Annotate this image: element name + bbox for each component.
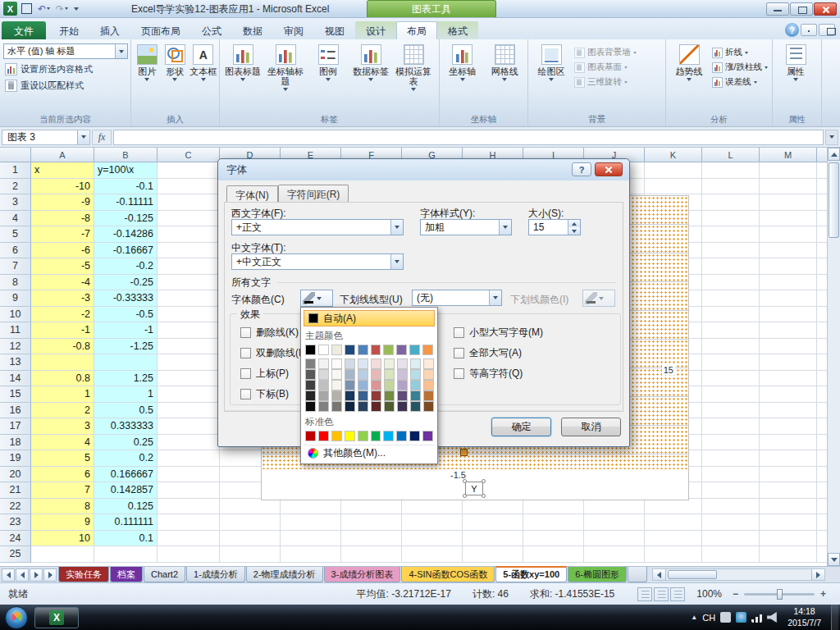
more-colors-option[interactable]: 其他颜色(M)...	[304, 445, 435, 461]
effect-left-1[interactable]: 删除线(K)	[240, 326, 308, 340]
sheet-tab-4[interactable]: 1-成绩分析	[186, 567, 245, 582]
column-header-M[interactable]: M	[760, 148, 817, 162]
theme-tint-swatch[interactable]	[371, 380, 381, 390]
standard-color-swatch-5[interactable]	[358, 431, 368, 441]
scroll-left-button[interactable]	[653, 569, 666, 580]
cell-L25[interactable]	[702, 546, 760, 563]
hscroll-thumb[interactable]	[668, 570, 717, 579]
zoom-thumb[interactable]	[777, 589, 783, 600]
theme-tint-swatch[interactable]	[410, 358, 421, 369]
cell-A2[interactable]: -10	[31, 179, 94, 195]
cell-C2[interactable]	[158, 179, 220, 195]
cell-A9[interactable]: -3	[31, 290, 94, 307]
ribbon-button-axis-titles[interactable]: 坐标轴标题	[264, 42, 307, 111]
ribbon-button-updown-bars[interactable]: 涨/跌柱线	[712, 62, 768, 73]
cell-L13[interactable]	[702, 354, 760, 371]
row-header-3[interactable]: 3	[0, 194, 31, 211]
cell-C16[interactable]	[158, 403, 220, 419]
chart-elements-combo[interactable]: 水平 (值) 轴 标题	[3, 43, 128, 59]
formula-bar-expand-button[interactable]	[825, 130, 838, 145]
cell-C9[interactable]	[158, 290, 220, 307]
cell-C15[interactable]	[158, 386, 220, 403]
cell-M11[interactable]	[760, 322, 817, 339]
theme-tint-swatch[interactable]	[305, 401, 316, 412]
standard-color-swatch-3[interactable]	[331, 431, 342, 441]
ribbon-button-chart-title[interactable]: 图表标题	[221, 42, 264, 111]
cell-N13[interactable]	[817, 354, 827, 371]
row-header-11[interactable]: 11	[0, 322, 31, 339]
cell-M18[interactable]	[760, 435, 817, 451]
theme-color-swatch-10[interactable]	[422, 345, 433, 355]
combo-dropdown-button[interactable]	[499, 220, 511, 235]
standard-color-swatch-10[interactable]	[422, 431, 433, 441]
cell-B17[interactable]: 0.333333	[94, 418, 158, 435]
cell-F22[interactable]	[341, 499, 402, 515]
cell-N15[interactable]	[817, 386, 827, 403]
volume-icon[interactable]	[767, 612, 778, 623]
cell-K23[interactable]	[645, 514, 702, 531]
cell-L7[interactable]	[702, 258, 760, 275]
cell-B20[interactable]: 0.166667	[94, 467, 158, 483]
cell-M22[interactable]	[760, 499, 817, 515]
cell-A18[interactable]: 4	[31, 435, 94, 451]
ribbon-tab-6[interactable]: 审阅	[273, 21, 314, 39]
ribbon-button-trendline[interactable]: 趋势线	[668, 42, 710, 111]
cell-M23[interactable]	[760, 514, 817, 531]
theme-color-swatch-6[interactable]	[371, 345, 381, 355]
theme-color-swatch-3[interactable]	[331, 345, 342, 355]
theme-tint-swatch[interactable]	[384, 380, 395, 390]
theme-tint-swatch[interactable]	[345, 358, 355, 369]
cell-F24[interactable]	[341, 531, 402, 547]
theme-tint-swatch[interactable]	[331, 369, 342, 380]
cell-M6[interactable]	[760, 243, 817, 259]
cell-N14[interactable]	[817, 371, 827, 387]
row-header-12[interactable]: 12	[0, 339, 31, 355]
cell-M13[interactable]	[760, 354, 817, 371]
row-header-24[interactable]: 24	[0, 531, 31, 547]
theme-tint-swatch[interactable]	[384, 390, 395, 401]
insert-sheet-button[interactable]	[628, 567, 647, 582]
selection-handle[interactable]	[463, 494, 467, 498]
ribbon-tab-7[interactable]: 视图	[314, 21, 355, 39]
cell-D23[interactable]	[220, 514, 281, 531]
cell-A22[interactable]: 8	[31, 499, 94, 515]
cell-N18[interactable]	[817, 435, 827, 451]
cell-H23[interactable]	[463, 514, 523, 531]
cancel-button[interactable]: 取消	[561, 418, 621, 436]
ribbon-button-error-bars[interactable]: 误差线	[712, 76, 768, 88]
row-header-18[interactable]: 18	[0, 435, 31, 451]
cell-A6[interactable]: -6	[31, 243, 94, 259]
row-header-20[interactable]: 20	[0, 467, 31, 483]
format-selection-button[interactable]: 设置所选内容格式	[2, 61, 129, 77]
dialog-help-button[interactable]: ?	[572, 162, 591, 176]
last-sheet-button[interactable]	[43, 568, 57, 582]
theme-color-swatch-7[interactable]	[383, 345, 394, 355]
cell-C3[interactable]	[158, 194, 220, 211]
theme-color-swatch-5[interactable]	[358, 345, 368, 355]
row-header-9[interactable]: 9	[0, 290, 31, 307]
cell-I24[interactable]	[523, 531, 584, 547]
zoom-out-button[interactable]: −	[730, 588, 741, 600]
cell-B7[interactable]: -0.2	[94, 258, 158, 275]
theme-tint-swatch[interactable]	[384, 369, 395, 380]
page-break-view-button[interactable]	[670, 587, 685, 601]
hscroll-track[interactable]	[666, 569, 811, 580]
theme-tint-swatch[interactable]	[371, 390, 381, 401]
cell-L16[interactable]	[702, 403, 760, 419]
ribbon-button-data-table[interactable]: 模拟运算表	[392, 42, 435, 111]
cell-A25[interactable]	[31, 546, 94, 563]
cell-I22[interactable]	[523, 499, 584, 515]
asian-font-combo[interactable]: +中文正文	[231, 253, 404, 270]
cell-B14[interactable]: 1.25	[94, 371, 158, 387]
cell-M7[interactable]	[760, 258, 817, 275]
horizontal-scrollbar[interactable]	[652, 568, 825, 581]
ribbon-tab-5[interactable]: 数据	[232, 21, 273, 39]
theme-tint-swatch[interactable]	[318, 401, 329, 412]
column-header-A[interactable]: A	[31, 148, 94, 162]
cell-D25[interactable]	[220, 546, 281, 563]
effect-right-3[interactable]: 等高字符(Q)	[454, 367, 543, 381]
cell-L22[interactable]	[702, 499, 760, 515]
automatic-color-option[interactable]: 自动(A)	[304, 310, 435, 326]
cell-I23[interactable]	[523, 514, 584, 531]
theme-tint-swatch[interactable]	[410, 380, 421, 390]
